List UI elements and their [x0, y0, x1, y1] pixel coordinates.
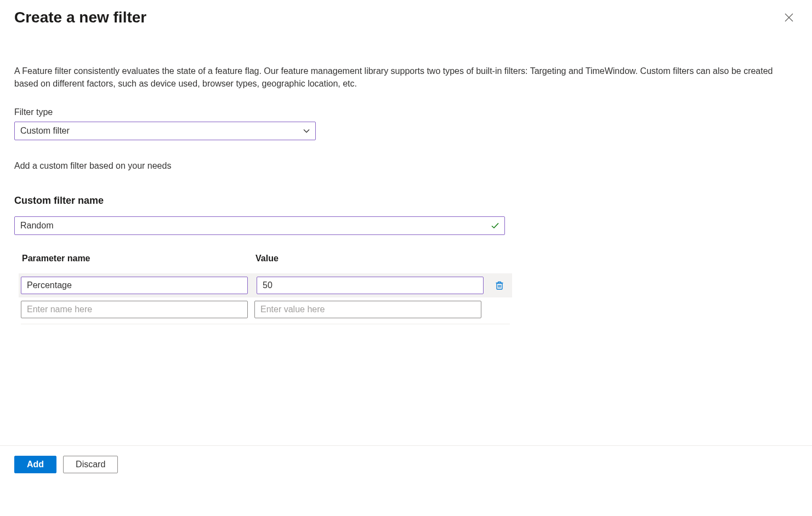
custom-filter-name-heading: Custom filter name — [14, 195, 798, 207]
parameter-value-input-empty[interactable] — [254, 301, 481, 318]
parameter-name-input[interactable] — [21, 277, 248, 294]
column-header-name: Parameter name — [21, 254, 248, 263]
custom-filter-name-input[interactable] — [14, 216, 505, 235]
divider — [21, 324, 510, 324]
table-row — [21, 297, 510, 322]
filter-type-value: Custom filter — [20, 126, 70, 136]
filter-helper-text: Add a custom filter based on your needs — [14, 161, 798, 171]
close-button[interactable] — [780, 9, 798, 26]
table-row — [19, 273, 512, 297]
close-icon — [784, 13, 794, 22]
column-header-value: Value — [254, 254, 481, 263]
page-title: Create a new filter — [14, 9, 146, 26]
trash-icon — [495, 280, 504, 290]
add-button[interactable]: Add — [14, 456, 56, 473]
parameter-value-input[interactable] — [257, 277, 484, 294]
filter-type-label: Filter type — [14, 107, 798, 117]
delete-row-button[interactable] — [490, 277, 509, 294]
checkmark-icon — [491, 221, 499, 230]
discard-button[interactable]: Discard — [63, 456, 118, 473]
footer-actions: Add Discard — [0, 445, 812, 473]
parameters-table: Parameter name Value — [21, 254, 510, 322]
filter-type-select[interactable]: Custom filter — [14, 122, 316, 140]
description-text: A Feature filter consistently evaluates … — [14, 65, 798, 90]
parameter-name-input-empty[interactable] — [21, 301, 248, 318]
